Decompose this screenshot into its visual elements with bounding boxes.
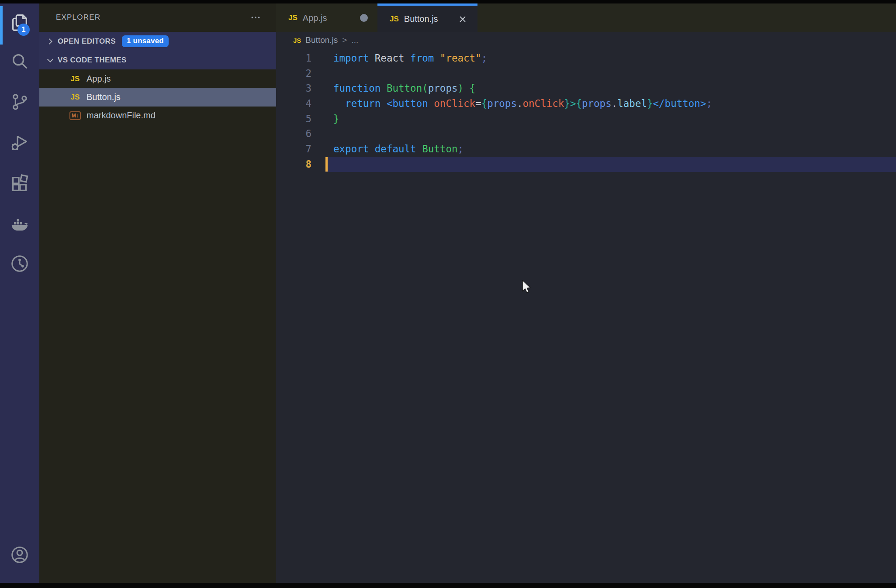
code-line-content[interactable]: function Button(props) { [325, 81, 896, 96]
line-number[interactable]: 7 [276, 141, 325, 157]
code-line-content[interactable]: export default Button; [325, 141, 896, 157]
code-token: <button [387, 98, 428, 109]
code-token [381, 98, 387, 109]
code-token: onClick [523, 98, 564, 109]
code-token: export [333, 143, 369, 155]
code-token: } [564, 98, 570, 109]
open-editors-section[interactable]: OPEN EDITORS 1 unsaved [39, 32, 276, 51]
file-name: App.js [86, 74, 111, 84]
breadcrumb-separator: > [342, 35, 347, 45]
activity-bar: 1 [0, 3, 39, 583]
code-line[interactable]: 4 return <button onClick={props.onClick}… [276, 96, 896, 111]
file-item-markdown[interactable]: M↓ markdownFile.md [39, 106, 276, 125]
source-control-icon[interactable] [0, 83, 39, 121]
modified-dot-icon[interactable] [360, 14, 368, 22]
code-token [405, 52, 411, 64]
code-token: return [345, 98, 381, 109]
mouse-cursor [521, 280, 536, 296]
tab-bar: JS App.js JS Button.js [276, 3, 896, 32]
code-token: props [428, 83, 458, 94]
file-item-appjs[interactable]: JS App.js [39, 69, 276, 88]
breadcrumb-symbol[interactable]: ... [351, 35, 358, 45]
unsaved-badge: 1 unsaved [122, 35, 169, 47]
code-token: props [487, 98, 517, 109]
docker-icon[interactable] [0, 205, 39, 243]
code-token: label [617, 98, 647, 109]
file-item-buttonjs[interactable]: JS Button.js [39, 88, 276, 107]
explorer-icon[interactable]: 1 [0, 3, 39, 42]
code-token: from [410, 52, 434, 64]
code-token: . [517, 98, 523, 109]
code-line[interactable]: 2 [276, 66, 896, 81]
editor-group: JS App.js JS Button.js JS Button.js > ..… [276, 3, 896, 583]
code-token [416, 143, 422, 155]
tab-label: App.js [303, 13, 327, 23]
code-token: "react" [440, 52, 481, 64]
line-number[interactable]: 1 [276, 51, 325, 66]
line-number[interactable]: 8 [276, 157, 325, 172]
code-line-content[interactable] [325, 66, 896, 81]
more-actions-icon[interactable] [250, 12, 261, 23]
code-line-content[interactable]: } [325, 111, 896, 127]
code-token: ; [457, 143, 464, 155]
line-number[interactable]: 5 [276, 111, 325, 127]
vs-code-themes-section[interactable]: VS CODE THEMES [39, 51, 276, 69]
code-token: . [612, 98, 618, 109]
code-token: ; [481, 52, 488, 64]
js-file-icon: JS [288, 14, 298, 22]
code-line[interactable]: 7export default Button; [276, 141, 896, 157]
code-token: function [333, 83, 381, 94]
code-token: = [475, 98, 481, 109]
code-token [434, 52, 440, 64]
code-line-content[interactable]: return <button onClick={props.onClick}>{… [325, 96, 896, 111]
breadcrumb: JS Button.js > ... [276, 32, 896, 48]
code-token: > [570, 98, 576, 109]
code-line[interactable]: 3function Button(props) { [276, 81, 896, 96]
run-debug-icon[interactable] [0, 124, 39, 162]
code-token [333, 98, 345, 109]
code-token [369, 52, 375, 64]
line-number[interactable]: 2 [276, 66, 325, 81]
markdown-file-icon: M↓ [69, 111, 81, 120]
line-number[interactable]: 4 [276, 96, 325, 111]
file-name: markdownFile.md [86, 110, 156, 120]
line-number[interactable]: 6 [276, 126, 325, 141]
code-token: ; [706, 98, 712, 109]
code-token: { [470, 83, 476, 94]
code-token [381, 83, 387, 94]
tab-label: Button.js [404, 14, 438, 24]
close-icon[interactable] [457, 14, 468, 24]
code-token: props [582, 98, 612, 109]
breadcrumb-file[interactable]: Button.js [305, 35, 338, 45]
code-token: React [375, 52, 405, 64]
explorer-sidebar: EXPLORER OPEN EDITORS 1 unsaved VS CODE … [39, 3, 276, 583]
git-graph-icon[interactable] [0, 244, 39, 283]
code-token: </button> [653, 98, 706, 109]
tab-buttonjs[interactable]: JS Button.js [377, 3, 477, 32]
code-line-content[interactable] [325, 157, 896, 172]
code-token: { [481, 98, 488, 109]
sidebar-title: EXPLORER [56, 13, 100, 22]
chevron-right-icon [45, 37, 56, 46]
extensions-icon[interactable] [0, 165, 39, 203]
code-line[interactable]: 6 [276, 126, 896, 141]
code-token: } [647, 98, 653, 109]
code-line-content[interactable]: import React from "react"; [325, 51, 896, 66]
js-file-icon: JS [71, 75, 80, 83]
search-icon[interactable] [0, 42, 39, 80]
code-line-content[interactable] [325, 126, 896, 141]
line-number[interactable]: 3 [276, 81, 325, 96]
explorer-badge: 1 [17, 24, 30, 36]
code-line[interactable]: 8 [276, 157, 896, 172]
js-file-icon: JS [390, 15, 399, 24]
code-token: default [375, 143, 416, 155]
tab-appjs[interactable]: JS App.js [276, 3, 377, 32]
section-label: VS CODE THEMES [58, 56, 127, 65]
code-editor[interactable]: 1import React from "react";23function Bu… [276, 48, 896, 583]
accounts-icon[interactable] [0, 536, 39, 574]
code-line[interactable]: 5} [276, 111, 896, 127]
code-line[interactable]: 1import React from "react"; [276, 51, 896, 66]
js-file-icon: JS [293, 37, 301, 44]
file-name: Button.js [86, 92, 121, 102]
code-token: } [333, 113, 339, 124]
